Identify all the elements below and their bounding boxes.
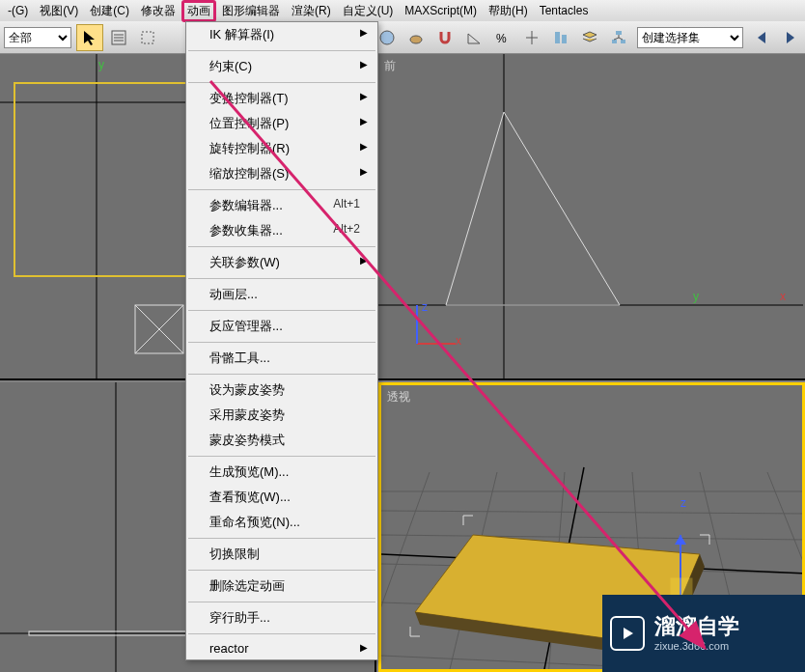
- svg-text:%: %: [496, 32, 507, 45]
- svg-line-14: [614, 38, 619, 40]
- schematic-button[interactable]: [605, 24, 632, 51]
- axis-z-label: z: [680, 496, 686, 510]
- menu-wire-parameters[interactable]: 关联参数(W)▶: [186, 250, 377, 275]
- watermark-title: 溜溜自学: [654, 616, 739, 637]
- angle-snap-button[interactable]: [460, 24, 487, 51]
- selection-filter-select[interactable]: 全部: [4, 27, 71, 48]
- menu-rotation-controllers[interactable]: 旋转控制器(R)▶: [186, 136, 377, 161]
- menu-separator: [188, 189, 375, 190]
- render-setup-button[interactable]: [402, 24, 430, 51]
- menu-assume-skin-pose[interactable]: 采用蒙皮姿势: [186, 403, 377, 428]
- named-selection-set-select[interactable]: 创建选择集: [637, 27, 743, 48]
- svg-rect-18: [14, 83, 196, 276]
- menu-separator: [188, 633, 375, 634]
- svg-line-31: [381, 535, 802, 540]
- menu-graph-editors[interactable]: 图形编辑器: [216, 1, 286, 21]
- menu-tentacles[interactable]: Tentacles: [534, 2, 595, 19]
- submenu-arrow-icon: ▶: [360, 116, 368, 126]
- submenu-arrow-icon: ▶: [360, 27, 368, 38]
- snap-toggle-button[interactable]: [431, 24, 458, 51]
- menu-create[interactable]: 创建(C): [84, 1, 135, 21]
- submenu-arrow-icon: ▶: [360, 255, 368, 266]
- menu-separator: [188, 246, 375, 247]
- viewport-front-content: [378, 54, 805, 378]
- align-button[interactable]: [547, 24, 574, 51]
- menu-separator: [188, 456, 375, 457]
- teapot-icon: [407, 29, 425, 46]
- svg-point-5: [380, 31, 394, 44]
- menu-separator: [188, 602, 375, 602]
- menu-ik-solvers[interactable]: IK 解算器(I)▶: [186, 22, 377, 47]
- menu-g[interactable]: -(G): [2, 2, 34, 19]
- play-icon: [610, 616, 645, 651]
- submenu-arrow-icon: ▶: [360, 59, 368, 70]
- list-icon: [110, 29, 127, 46]
- menu-parameter-collector[interactable]: 参数收集器...Alt+2: [186, 218, 377, 243]
- menu-animation-layers[interactable]: 动画层...: [186, 282, 377, 307]
- submenu-arrow-icon: ▶: [360, 141, 368, 152]
- menu-walkthrough-assistant[interactable]: 穿行助手...: [186, 605, 377, 630]
- svg-rect-10: [616, 31, 622, 35]
- percent-snap-button[interactable]: %: [489, 24, 516, 51]
- axis-y-label: y: [693, 290, 699, 303]
- layers-button[interactable]: [576, 24, 603, 51]
- menu-transform-controllers[interactable]: 变换控制器(T)▶: [186, 86, 377, 111]
- svg-rect-11: [612, 40, 617, 43]
- menu-rename-preview[interactable]: 重命名预览(N)...: [186, 510, 377, 535]
- svg-line-15: [619, 38, 623, 40]
- main-toolbar: 全部 % 创建选择集: [0, 21, 805, 54]
- region-select-button[interactable]: [134, 24, 161, 51]
- watermark-url: zixue.3d66.com: [654, 640, 739, 652]
- menu-rendering[interactable]: 渲染(R): [286, 1, 337, 21]
- menu-separator: [188, 374, 375, 375]
- menu-make-preview[interactable]: 生成预览(M)...: [186, 460, 377, 485]
- axis-y-label: y: [98, 58, 104, 71]
- menu-view-preview[interactable]: 查看预览(W)...: [186, 485, 377, 510]
- mirror-icon: [523, 29, 541, 46]
- menu-separator: [188, 278, 375, 279]
- menu-maxscript[interactable]: MAXScript(M): [399, 2, 483, 19]
- menu-bone-tools[interactable]: 骨骼工具...: [186, 346, 377, 371]
- cursor-icon: [81, 29, 98, 46]
- watermark-badge: 溜溜自学 zixue.3d66.com: [602, 595, 805, 672]
- menu-help[interactable]: 帮助(H): [483, 1, 534, 21]
- magnet-icon: [436, 29, 454, 46]
- select-by-name-button[interactable]: [105, 24, 132, 51]
- svg-line-30: [381, 511, 802, 514]
- menu-view[interactable]: 视图(V): [34, 1, 84, 21]
- svg-rect-12: [621, 40, 625, 43]
- menu-animation[interactable]: 动画: [181, 0, 216, 22]
- menu-delete-selected-animation[interactable]: 删除选定动画: [186, 574, 377, 599]
- menu-set-skin-pose[interactable]: 设为蒙皮姿势: [186, 378, 377, 403]
- region-icon: [139, 29, 156, 46]
- mirror-button[interactable]: [518, 24, 545, 51]
- axis-x-label: x: [456, 334, 461, 348]
- angle-icon: [465, 29, 483, 46]
- svg-line-35: [381, 472, 430, 669]
- svg-marker-48: [675, 535, 686, 545]
- menu-toggle-limits[interactable]: 切换限制: [186, 542, 377, 567]
- axis-x-label: x: [780, 290, 786, 303]
- submenu-arrow-icon: ▶: [360, 642, 368, 653]
- select-cursor-button[interactable]: [76, 24, 103, 51]
- menu-reactor[interactable]: reactor▶: [186, 637, 377, 659]
- prev-icon: [753, 29, 770, 46]
- menu-scale-controllers[interactable]: 缩放控制器(S)▶: [186, 161, 377, 186]
- menu-modifiers[interactable]: 修改器: [135, 1, 181, 21]
- viewport-front[interactable]: 前 y x z x: [378, 54, 805, 380]
- layers-icon: [581, 29, 598, 46]
- menu-customize[interactable]: 自定义(U): [337, 1, 400, 21]
- menu-position-controllers[interactable]: 位置控制器(P)▶: [186, 111, 377, 136]
- menu-reaction-manager[interactable]: 反应管理器...: [186, 314, 377, 339]
- svg-rect-8: [555, 32, 560, 43]
- submenu-arrow-icon: ▶: [360, 166, 368, 177]
- menu-constraints[interactable]: 约束(C)▶: [186, 54, 377, 79]
- svg-rect-4: [142, 32, 153, 43]
- prev-key-button[interactable]: [748, 24, 775, 51]
- menu-skin-pose-mode[interactable]: 蒙皮姿势模式: [186, 428, 377, 453]
- svg-rect-9: [562, 35, 567, 43]
- menu-parameter-editor[interactable]: 参数编辑器...Alt+1: [186, 193, 377, 218]
- graph-icon: [610, 29, 627, 46]
- next-key-button[interactable]: [777, 24, 804, 51]
- viewport-label-front: 前: [384, 58, 396, 74]
